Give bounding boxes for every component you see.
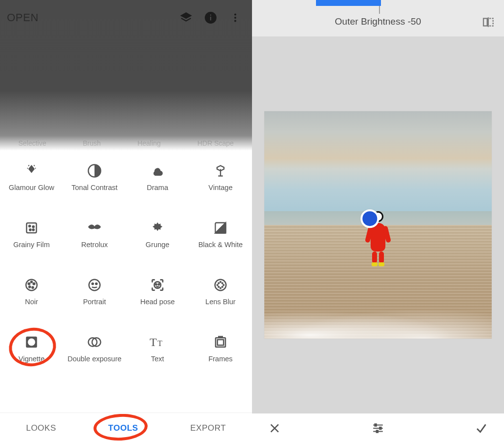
svg-point-35 bbox=[28, 339, 35, 346]
tool-label: Text bbox=[151, 354, 164, 363]
tool-label: Glamour Glow bbox=[9, 183, 55, 192]
tool-retrolux[interactable]: Retrolux bbox=[63, 215, 126, 272]
adjust-sliders-button[interactable] bbox=[369, 419, 387, 437]
cancel-button[interactable] bbox=[266, 419, 284, 437]
svg-point-3 bbox=[234, 14, 236, 16]
tool-vintage[interactable]: Vintage bbox=[189, 158, 252, 215]
tool-frames[interactable]: Frames bbox=[189, 329, 252, 386]
svg-point-29 bbox=[223, 285, 224, 285]
tab-tools[interactable]: TOOLS bbox=[108, 423, 138, 433]
svg-point-31 bbox=[222, 283, 223, 284]
glamour-glow-icon bbox=[23, 162, 40, 179]
info-icon[interactable] bbox=[201, 8, 220, 28]
svg-text:T: T bbox=[158, 339, 162, 348]
portrait-icon bbox=[86, 277, 103, 293]
open-button[interactable]: OPEN bbox=[7, 11, 38, 24]
noir-icon bbox=[23, 277, 40, 293]
svg-point-17 bbox=[32, 286, 33, 288]
vignette-center-handle[interactable] bbox=[360, 209, 379, 228]
svg-point-8 bbox=[29, 225, 31, 227]
tool-drama[interactable]: Drama bbox=[126, 158, 189, 215]
tool-grunge[interactable]: Grunge bbox=[126, 215, 189, 272]
cutoff-label: Selective bbox=[18, 139, 46, 149]
tool-portrait[interactable]: Portrait bbox=[63, 272, 126, 329]
svg-point-5 bbox=[234, 20, 236, 22]
svg-point-19 bbox=[89, 280, 100, 291]
tool-grainy-film[interactable]: Grainy Film bbox=[0, 215, 63, 272]
svg-point-26 bbox=[220, 282, 221, 283]
double-exposure-icon bbox=[86, 334, 103, 350]
svg-rect-43 bbox=[375, 424, 377, 426]
svg-point-24 bbox=[158, 284, 159, 285]
tool-label: Tonal Contrast bbox=[71, 183, 118, 192]
tool-head-pose[interactable]: Head pose bbox=[126, 272, 189, 329]
svg-point-9 bbox=[32, 226, 34, 227]
svg-rect-45 bbox=[377, 430, 378, 432]
tool-black-white[interactable]: Black & White bbox=[189, 215, 252, 272]
tool-double-exposure[interactable]: Double exposure bbox=[63, 329, 126, 386]
tool-glamour-glow[interactable]: Glamour Glow bbox=[0, 158, 63, 215]
vintage-icon bbox=[212, 162, 229, 179]
svg-point-18 bbox=[31, 281, 32, 283]
frames-icon bbox=[212, 334, 229, 350]
tab-export[interactable]: EXPORT bbox=[190, 423, 226, 433]
tab-looks[interactable]: LOOKS bbox=[26, 423, 56, 433]
svg-rect-44 bbox=[379, 427, 381, 429]
lens-blur-icon bbox=[212, 277, 229, 293]
tool-label: Lens Blur bbox=[205, 297, 235, 306]
tool-label: Vignette bbox=[19, 354, 45, 363]
svg-point-16 bbox=[29, 286, 31, 287]
adjustment-header: Outer Brightness -50 bbox=[252, 0, 504, 36]
bottom-tab-bar: LOOKS TOOLS EXPORT bbox=[0, 412, 252, 443]
svg-rect-41 bbox=[218, 340, 224, 345]
cutoff-label: Healing bbox=[137, 139, 160, 149]
overflow-menu-icon[interactable] bbox=[225, 8, 245, 28]
slider-indicator[interactable] bbox=[316, 0, 381, 6]
editor-preview-dimmed: OPEN bbox=[0, 0, 252, 151]
tools-grid: Glamour Glow Tonal Contrast Drama Vintag… bbox=[0, 151, 252, 412]
main-toolbar: OPEN bbox=[0, 0, 252, 35]
text-icon: TT bbox=[149, 334, 166, 350]
svg-rect-7 bbox=[27, 223, 36, 233]
svg-point-33 bbox=[222, 286, 223, 287]
tonal-contrast-icon bbox=[86, 162, 103, 179]
tool-tonal-contrast[interactable]: Tonal Contrast bbox=[63, 158, 126, 215]
tool-label: Black & White bbox=[198, 240, 243, 249]
cutoff-label: Brush bbox=[83, 139, 101, 149]
black-white-icon bbox=[212, 220, 229, 236]
vignette-icon bbox=[23, 334, 40, 350]
tool-label: Grunge bbox=[146, 240, 169, 249]
svg-point-14 bbox=[28, 283, 30, 285]
svg-rect-2 bbox=[210, 15, 211, 16]
svg-rect-1 bbox=[210, 17, 211, 21]
grunge-icon bbox=[149, 220, 166, 236]
svg-point-4 bbox=[234, 17, 236, 19]
confirm-button[interactable] bbox=[472, 419, 490, 437]
tool-noir[interactable]: Noir bbox=[0, 272, 63, 329]
svg-point-27 bbox=[220, 287, 221, 288]
tool-label: Head pose bbox=[140, 297, 175, 306]
slider-center-tick bbox=[379, 6, 380, 14]
layers-icon[interactable] bbox=[176, 8, 196, 28]
compare-icon[interactable] bbox=[481, 16, 495, 29]
svg-point-21 bbox=[95, 283, 97, 285]
svg-point-10 bbox=[30, 229, 31, 230]
edited-photo bbox=[264, 111, 492, 339]
svg-point-28 bbox=[217, 285, 218, 285]
tool-label: Grainy Film bbox=[13, 240, 50, 249]
tool-lens-blur[interactable]: Lens Blur bbox=[189, 272, 252, 329]
tool-label: Frames bbox=[208, 354, 232, 363]
svg-point-32 bbox=[218, 286, 219, 287]
tools-picker-panel: OPEN bbox=[0, 0, 252, 443]
tool-label: Portrait bbox=[83, 297, 106, 306]
photo-preview-area[interactable] bbox=[252, 36, 504, 413]
grainy-film-icon bbox=[23, 220, 40, 236]
svg-point-23 bbox=[156, 284, 157, 285]
svg-point-20 bbox=[92, 283, 94, 285]
tool-label: Double exposure bbox=[67, 354, 122, 363]
vignette-edit-panel: Outer Brightness -50 bbox=[252, 0, 504, 443]
tool-vignette[interactable]: Vignette bbox=[0, 329, 63, 386]
head-pose-icon bbox=[149, 277, 166, 293]
cutoff-label: HDR Scape bbox=[197, 139, 234, 149]
tool-text[interactable]: TT Text bbox=[126, 329, 189, 386]
